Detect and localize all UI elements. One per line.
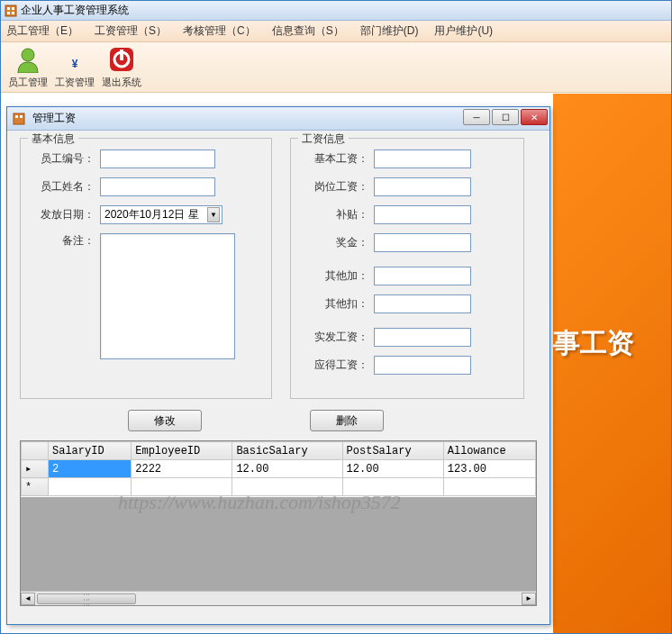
pay-date-label: 发放日期： <box>33 207 95 222</box>
main-title: 企业人事工资管理系统 <box>21 3 129 18</box>
col-postsalary[interactable]: PostSalary <box>342 442 443 460</box>
allowance-input[interactable] <box>374 205 471 224</box>
pay-date-picker[interactable]: 2020年10月12日 星 ▼ <box>100 205 222 224</box>
dialog-titlebar[interactable]: 管理工资 ─ ☐ ✕ <box>7 107 549 131</box>
cell[interactable]: 12.00 <box>342 460 443 478</box>
person-icon <box>14 45 42 74</box>
svg-rect-9 <box>120 50 123 60</box>
chevron-down-icon: ▼ <box>207 207 220 222</box>
remark-label: 备注： <box>33 233 95 249</box>
tool-salary-mgmt[interactable]: ¥ 工资管理 <box>55 45 95 89</box>
yen-icon: ¥ <box>60 45 89 74</box>
post-salary-label: 岗位工资： <box>304 179 368 195</box>
maximize-button[interactable]: ☐ <box>492 109 519 125</box>
menu-user[interactable]: 用户维护(U) <box>434 23 493 39</box>
svg-rect-11 <box>15 115 18 118</box>
grid-corner <box>22 442 49 460</box>
emp-id-label: 员工编号： <box>33 151 95 167</box>
bonus-input[interactable] <box>374 233 471 252</box>
manage-salary-dialog: 管理工资 ─ ☐ ✕ 基本信息 员工编号： <box>6 106 550 625</box>
orange-background: 事工资 <box>553 94 671 633</box>
group-basic-info: 基本信息 员工编号： 员工姓名： 发放日期： 2020年10月1 <box>20 138 272 399</box>
main-titlebar: 企业人事工资管理系统 <box>1 1 671 21</box>
svg-rect-3 <box>7 12 10 14</box>
toolbar: 员工管理 ¥ 工资管理 退出系统 <box>1 42 671 93</box>
svg-rect-4 <box>12 12 14 14</box>
other-sub-input[interactable] <box>374 294 471 313</box>
actual-salary-label: 实发工资： <box>304 330 368 345</box>
menu-dept[interactable]: 部门维护(D) <box>360 23 419 39</box>
post-salary-input[interactable] <box>374 177 471 196</box>
bonus-label: 奖金： <box>304 235 368 250</box>
close-button[interactable]: ✕ <box>521 109 548 125</box>
emp-name-input[interactable] <box>100 177 215 196</box>
delete-button[interactable]: 删除 <box>310 410 384 431</box>
group-legend: 工资信息 <box>298 131 349 147</box>
cell[interactable]: 123.00 <box>443 460 535 478</box>
dialog-icon <box>13 113 25 125</box>
minimize-button[interactable]: ─ <box>463 109 490 125</box>
group-legend: 基本信息 <box>28 131 78 147</box>
svg-rect-10 <box>14 113 24 124</box>
menu-assess[interactable]: 考核管理（C） <box>183 23 256 39</box>
tool-label: 退出系统 <box>102 76 141 89</box>
scroll-right-icon[interactable]: ► <box>522 593 536 605</box>
pay-date-value: 2020年10月12日 星 <box>104 207 199 222</box>
tool-label: 工资管理 <box>55 76 95 89</box>
cell[interactable]: 2 <box>49 460 132 478</box>
group-salary-info: 工资信息 基本工资： 岗位工资： 补贴： 奖金： 其他加： 其他扣： 实发工资：… <box>290 138 524 399</box>
power-icon <box>107 45 136 74</box>
menu-employee[interactable]: 员工管理（E） <box>6 23 78 39</box>
tool-label: 员工管理 <box>8 76 48 89</box>
scroll-thumb[interactable] <box>37 593 136 604</box>
horizontal-scrollbar[interactable]: ◄ ► <box>21 591 536 605</box>
menubar: 员工管理（E） 工资管理（S） 考核管理（C） 信息查询（S） 部门维护(D) … <box>1 21 671 42</box>
svg-rect-12 <box>20 115 23 118</box>
emp-id-input[interactable] <box>100 149 215 168</box>
other-add-input[interactable] <box>374 267 471 285</box>
new-row-icon: * <box>22 478 49 496</box>
scroll-left-icon[interactable]: ◄ <box>21 593 35 605</box>
app-icon <box>5 5 17 17</box>
modify-button[interactable]: 修改 <box>128 410 202 431</box>
col-basicsalary[interactable]: BasicSalary <box>232 442 342 460</box>
emp-name-label: 员工姓名： <box>33 179 95 195</box>
other-add-label: 其他加： <box>304 268 368 284</box>
svg-point-5 <box>22 49 34 61</box>
data-grid[interactable]: SalaryID EmployeeID BasicSalary PostSala… <box>20 440 537 606</box>
grid-empty-area <box>21 497 536 591</box>
basic-salary-label: 基本工资： <box>304 151 368 167</box>
row-indicator-icon: ▸ <box>22 460 49 478</box>
cell[interactable]: 12.00 <box>232 460 342 478</box>
menu-query[interactable]: 信息查询（S） <box>272 23 344 39</box>
table-new-row[interactable]: * <box>22 478 536 496</box>
allowance-label: 补贴： <box>304 207 368 222</box>
svg-rect-0 <box>5 5 16 16</box>
tool-exit-system[interactable]: 退出系统 <box>102 45 141 89</box>
svg-rect-1 <box>7 7 10 10</box>
col-allowance[interactable]: Allowance <box>443 442 535 460</box>
dialog-title: 管理工资 <box>32 111 76 126</box>
table-row[interactable]: ▸ 2 2222 12.00 12.00 123.00 <box>22 460 536 478</box>
basic-salary-input[interactable] <box>374 149 471 168</box>
svg-rect-2 <box>12 7 14 10</box>
due-salary-input[interactable] <box>374 356 471 375</box>
menu-salary[interactable]: 工资管理（S） <box>95 23 167 39</box>
svg-text:¥: ¥ <box>72 58 78 70</box>
other-sub-label: 其他扣： <box>304 296 368 312</box>
main-window: 企业人事工资管理系统 员工管理（E） 工资管理（S） 考核管理（C） 信息查询（… <box>0 0 672 634</box>
actual-salary-input[interactable] <box>374 328 471 347</box>
due-salary-label: 应得工资： <box>304 358 368 373</box>
dialog-body: 基本信息 员工编号： 员工姓名： 发放日期： 2020年10月1 <box>7 131 549 613</box>
tool-employee-mgmt[interactable]: 员工管理 <box>8 45 48 89</box>
content-area: 事工资 管理工资 ─ ☐ ✕ 基本信息 <box>1 94 671 633</box>
bg-text: 事工资 <box>553 325 634 362</box>
remark-textarea[interactable] <box>100 233 235 359</box>
col-salaryid[interactable]: SalaryID <box>49 442 132 460</box>
col-employeeid[interactable]: EmployeeID <box>132 442 232 460</box>
cell[interactable]: 2222 <box>132 460 232 478</box>
